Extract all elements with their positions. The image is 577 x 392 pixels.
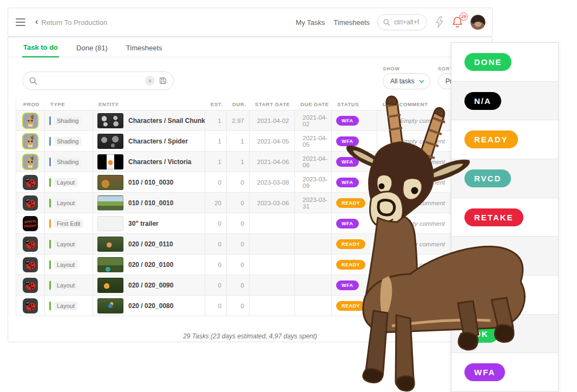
- task-type-cell: Layout: [45, 254, 93, 275]
- nav-link-timesheets[interactable]: Timesheets: [333, 18, 370, 27]
- quick-search[interactable]: ctrl+alt+f: [377, 14, 427, 30]
- status-option-rvcd[interactable]: RVCD: [451, 159, 558, 198]
- due-date-cell: 2021-04-05: [295, 131, 332, 151]
- status-badge-wfa[interactable]: WFA: [336, 116, 359, 126]
- ready-status-badge[interactable]: READY: [464, 130, 518, 148]
- task-type-color-bar: [49, 219, 51, 228]
- entity-thumbnail: [97, 134, 123, 149]
- entity-name[interactable]: Characters / Victoria: [128, 158, 192, 166]
- status-option-retake[interactable]: RETAKE: [451, 198, 558, 237]
- status-option-wfa[interactable]: WFA: [451, 353, 558, 391]
- entity-name[interactable]: 020 / 020_0100: [128, 261, 173, 269]
- status-cell: WFA: [332, 152, 377, 172]
- entity-thumbnail: [97, 195, 123, 211]
- status-option-done[interactable]: DONE: [451, 43, 558, 82]
- duration-cell: 0: [227, 193, 250, 213]
- save-search-icon[interactable]: [159, 77, 167, 84]
- entity-thumbnail: [97, 237, 123, 252]
- column-header-due-date: DUE DATE: [295, 101, 332, 107]
- menu-icon[interactable]: [16, 18, 25, 26]
- tab-timesheets[interactable]: Timesheets: [125, 44, 163, 57]
- last-comment-text: Empty comment: [400, 220, 445, 227]
- notifications-bell-icon[interactable]: 29: [452, 16, 463, 28]
- chevron-down-icon: [419, 80, 424, 83]
- entity-name[interactable]: Characters / Snail Chunky: [128, 117, 205, 125]
- duration-cell: 1: [227, 152, 250, 172]
- main-card: Task to doDone (81)Timesheets x SHOW All…: [8, 37, 493, 342]
- status-cell: WFA: [332, 275, 377, 295]
- production-avatar-ladybug: [22, 195, 38, 211]
- status-badge-wfa[interactable]: WFA: [336, 136, 359, 146]
- table-row[interactable]: ShadingCharacters / Snail Chunky12.97202…: [16, 110, 470, 130]
- duration-cell: 2.97: [227, 110, 250, 130]
- table-row[interactable]: SPRITEFRIGHTFirst Edit30" trailer00WFAEm…: [16, 213, 470, 233]
- table-row[interactable]: Layout020 / 020_009000WFAEmpty comment: [16, 275, 470, 295]
- due-date-cell: [295, 254, 332, 275]
- entity-name[interactable]: 020 / 020_0080: [128, 302, 173, 310]
- status-badge-ready[interactable]: READY: [336, 301, 365, 311]
- status-badge-wfa[interactable]: WFA: [336, 178, 359, 187]
- ok-status-badge[interactable]: OK: [464, 325, 499, 343]
- status-option-todo[interactable]: TODO: [451, 276, 558, 315]
- entity-name[interactable]: 020 / 020_0110: [128, 240, 173, 248]
- due-date-cell: 2023-03-31: [295, 193, 332, 213]
- done-status-badge[interactable]: DONE: [464, 53, 512, 71]
- estimation-cell: 0: [205, 213, 227, 233]
- status-option-n-a[interactable]: N/A: [451, 82, 558, 121]
- production-cell: [16, 131, 45, 151]
- unknown-status-badge[interactable]: [464, 252, 498, 260]
- show-filter-dropdown[interactable]: All tasks: [383, 73, 430, 89]
- status-badge-wfa[interactable]: WFA: [336, 219, 359, 228]
- status-badge-ready[interactable]: READY: [336, 239, 365, 249]
- entity-cell: 020 / 020_0100: [93, 254, 205, 275]
- clear-search-button[interactable]: x: [145, 76, 155, 86]
- search-icon: [383, 19, 390, 26]
- status-option-ready[interactable]: READY: [451, 120, 558, 159]
- table-row[interactable]: Layout020 / 020_010000READYEmpty comment: [16, 254, 470, 275]
- entity-name[interactable]: 020 / 020_0090: [128, 282, 173, 289]
- task-type-cell: Shading: [45, 110, 93, 130]
- entity-name[interactable]: Characters / Spider: [128, 138, 188, 145]
- entity-cell: Characters / Victoria: [93, 152, 205, 172]
- wfa-status-badge[interactable]: WFA: [464, 363, 505, 381]
- status-badge-ready[interactable]: READY: [336, 198, 365, 208]
- estimation-cell: 1: [205, 152, 227, 172]
- task-search-input[interactable]: [42, 77, 141, 84]
- tab-done-81[interactable]: Done (81): [75, 44, 109, 57]
- nav-link-my-tasks[interactable]: My Tasks: [296, 18, 325, 27]
- estimation-value: 0: [218, 303, 221, 309]
- status-badge-wfa[interactable]: WFA: [336, 280, 359, 290]
- table-row[interactable]: ShadingCharacters / Spider112021-04-0520…: [16, 130, 470, 151]
- n-a-status-badge[interactable]: N/A: [464, 92, 501, 110]
- toolbar: x SHOW All tasks SORTED BY Priority: [8, 57, 492, 98]
- tab-task-to-do[interactable]: Task to do: [22, 43, 59, 57]
- user-avatar[interactable]: [470, 15, 486, 30]
- back-link[interactable]: ‹ Return To Production: [35, 18, 107, 27]
- task-type-label: Layout: [54, 302, 77, 310]
- table-row[interactable]: Layout020 / 020_011000READYEmpty comment: [16, 233, 470, 254]
- task-type-label: Layout: [54, 199, 77, 207]
- table-row[interactable]: Layout010 / 010_0030002023-03-082023-03-…: [16, 172, 470, 192]
- rvcd-status-badge[interactable]: RVCD: [464, 169, 511, 187]
- production-avatar-horse: [22, 133, 38, 149]
- status-option-ok[interactable]: OK: [451, 315, 558, 354]
- todo-status-badge[interactable]: TODO: [464, 286, 512, 304]
- table-row[interactable]: ShadingCharacters / Victoria112021-04-06…: [16, 151, 470, 172]
- table-row[interactable]: Layout010 / 010_00102002023-03-062023-03…: [16, 192, 470, 213]
- production-cell: [16, 193, 45, 213]
- status-badge-wfa[interactable]: WFA: [336, 157, 359, 167]
- duration-value: 0: [241, 179, 244, 186]
- task-type-cell: Layout: [45, 296, 93, 316]
- entity-name[interactable]: 30" trailer: [128, 220, 159, 227]
- lightning-icon[interactable]: [435, 16, 444, 28]
- entity-name[interactable]: 010 / 010_0030: [128, 179, 173, 186]
- status-badge-ready[interactable]: READY: [336, 260, 365, 270]
- status-option-unknown[interactable]: [451, 237, 558, 276]
- due-date-value: 2021-04-05: [303, 135, 331, 148]
- production-avatar-ladybug: [22, 298, 38, 314]
- entity-thumbnail: [97, 278, 123, 293]
- table-row[interactable]: Layout020 / 020_008000READYEmpty comment: [16, 295, 470, 316]
- entity-name[interactable]: 010 / 010_0010: [128, 199, 173, 207]
- retake-status-badge[interactable]: RETAKE: [464, 208, 523, 226]
- column-header-status: STATUS: [332, 101, 377, 107]
